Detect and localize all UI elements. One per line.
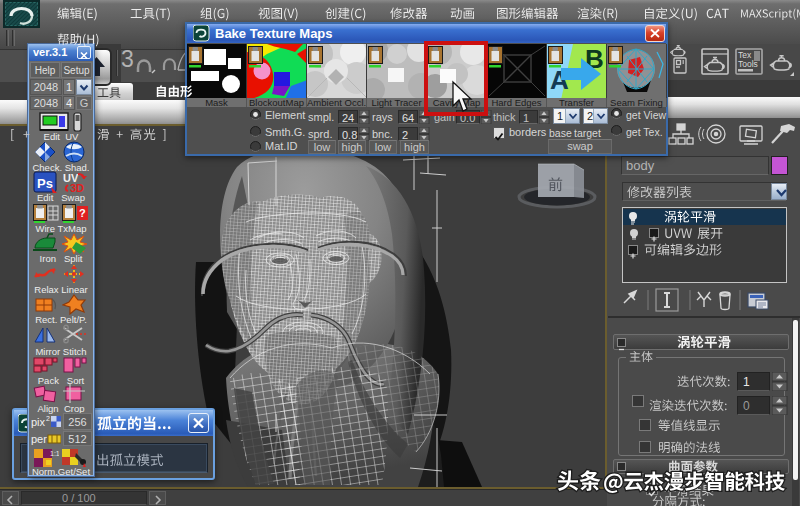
svg-text:?: ?: [79, 207, 86, 219]
svg-text:1:1: 1:1: [50, 450, 59, 457]
svg-text:per: per: [31, 433, 47, 445]
svg-text:pix: pix: [31, 416, 46, 428]
svg-text:Ps: Ps: [37, 176, 53, 191]
svg-text:Tools: Tools: [738, 59, 758, 69]
svg-text:2: 2: [46, 415, 50, 422]
